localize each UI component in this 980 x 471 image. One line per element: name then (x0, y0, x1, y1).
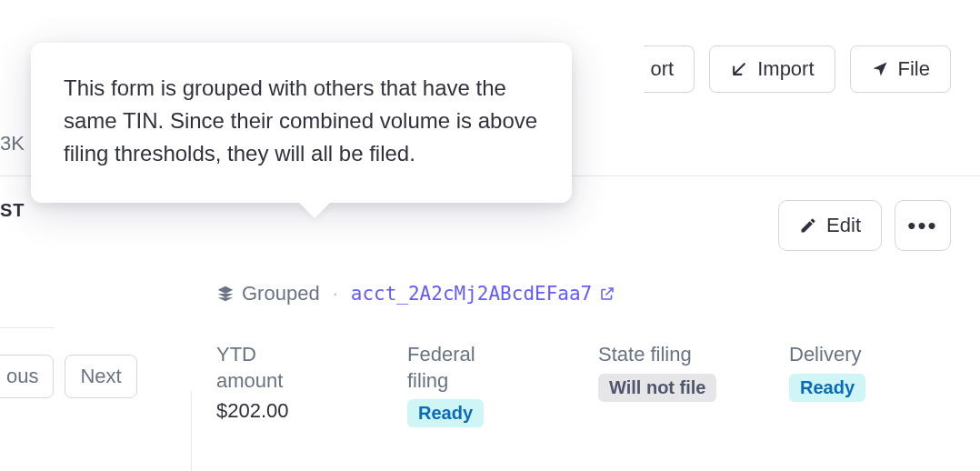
ellipsis-icon: ••• (907, 212, 937, 240)
metric-federal-label-l2: filing (407, 369, 448, 392)
previous-label-fragment: ous (6, 365, 38, 387)
grouped-label-text: Grouped (242, 282, 320, 306)
external-link-icon (599, 286, 615, 302)
metric-state-value: Will not file (598, 374, 735, 402)
metric-federal-value: Ready (407, 399, 544, 427)
next-button[interactable]: Next (65, 355, 136, 398)
send-icon (871, 60, 889, 78)
next-label: Next (80, 365, 121, 387)
metric-ytd-value: $202.00 (216, 399, 353, 423)
account-link[interactable]: acct_2A2cMj2ABcdEFaa7 (351, 283, 616, 305)
edit-label: Edit (826, 214, 861, 237)
metric-federal-label-l1: Federal (407, 343, 475, 366)
dot-separator: · (333, 282, 338, 306)
layers-icon (216, 285, 235, 303)
metric-ytd-label: YTD amount (216, 342, 353, 394)
metric-ytd: YTD amount $202.00 (216, 342, 353, 427)
metric-ytd-label-l2: amount (216, 369, 283, 392)
delivery-status-badge: Ready (789, 374, 865, 402)
more-button[interactable]: ••• (895, 200, 951, 251)
metric-federal-label: Federal filing (407, 342, 544, 394)
edit-button[interactable]: Edit (778, 200, 882, 251)
account-id-text: acct_2A2cMj2ABcdEFaa7 (351, 283, 593, 305)
federal-status-badge: Ready (407, 399, 484, 427)
metric-ytd-label-l1: YTD (216, 343, 256, 366)
import-label: Import (757, 57, 814, 81)
import-icon (730, 60, 748, 78)
metric-delivery: Delivery Ready (789, 342, 925, 427)
pencil-icon (799, 216, 817, 235)
metric-state-label: State filing (598, 342, 735, 368)
sidebar-divider (0, 327, 55, 328)
export-button[interactable]: ort (644, 45, 695, 93)
grouped-row: Grouped · acct_2A2cMj2ABcdEFaa7 (216, 282, 951, 306)
main-panel: Cookies Inc. Edit ••• Grouped · acct_2A2… (216, 200, 951, 427)
export-label-fragment: ort (651, 57, 675, 81)
pagination: ous Next (0, 355, 137, 398)
state-status-badge: Will not file (598, 374, 716, 402)
metric-delivery-label: Delivery (789, 342, 925, 368)
title-row: Cookies Inc. Edit ••• (216, 200, 951, 251)
metrics-row: YTD amount $202.00 Federal filing Ready … (216, 342, 951, 427)
sidebar-count-fragment: 3K (0, 132, 25, 155)
metric-federal: Federal filing Ready (407, 342, 544, 427)
file-label: File (898, 57, 930, 81)
grouped-badge: Grouped (216, 282, 320, 306)
file-button[interactable]: File (850, 45, 951, 93)
title-actions: Edit ••• (778, 200, 951, 251)
vertical-divider (191, 391, 192, 471)
top-toolbar: ort Import File (644, 45, 952, 93)
sidebar-heading-fragment: ST (0, 200, 25, 221)
metric-delivery-value: Ready (789, 374, 925, 402)
metric-state: State filing Will not file (598, 342, 735, 427)
import-button[interactable]: Import (709, 45, 835, 93)
previous-button[interactable]: ous (0, 355, 54, 398)
tooltip-text: This form is grouped with others that ha… (64, 75, 537, 165)
grouped-tooltip: This form is grouped with others that ha… (31, 43, 572, 203)
